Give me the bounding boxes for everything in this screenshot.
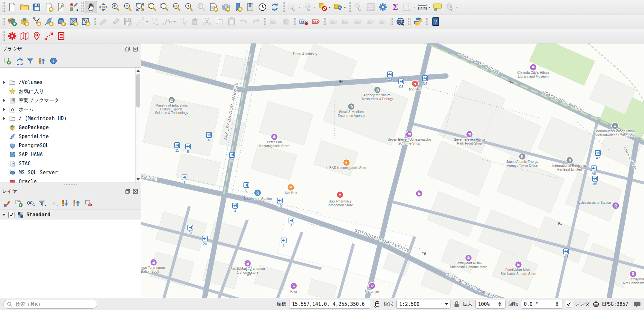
expand-arrow-icon[interactable]: [2, 117, 6, 120]
float-panel-icon[interactable]: [125, 46, 131, 52]
scroll-thumb[interactable]: [136, 74, 140, 108]
zoom-last-button[interactable]: [183, 1, 195, 13]
new-print-layout-button[interactable]: [43, 1, 55, 13]
search-input[interactable]: [3, 300, 97, 309]
browser-item-spatialite[interactable]: SpatiaLite: [0, 132, 141, 141]
expand-arrow-icon[interactable]: [2, 81, 6, 84]
new-temporary-scratch-layer-button[interactable]: [55, 15, 67, 28]
python-console-button[interactable]: [412, 15, 424, 28]
toolbar-drag-handle[interactable]: [425, 17, 428, 26]
zoom-to-layer-button[interactable]: [158, 1, 171, 13]
new-project-button[interactable]: [6, 1, 18, 13]
select-by-location-button[interactable]: [332, 1, 344, 13]
remove-layer-button[interactable]: [84, 199, 92, 208]
processing-toolbox-button[interactable]: [377, 1, 389, 13]
toolbar-drag-handle[interactable]: [323, 17, 326, 26]
vertex-tool-dropdown-icon[interactable]: [173, 15, 176, 28]
new-mesh-layer-button[interactable]: [67, 15, 80, 28]
show-layout-manager-button[interactable]: [55, 1, 67, 13]
plugin-settings-button[interactable]: [6, 30, 18, 42]
plugin-report-button[interactable]: [55, 30, 67, 42]
style-manager-button[interactable]: a: [67, 1, 80, 13]
new-shapefile-layer-button[interactable]: [31, 15, 43, 28]
toolbar-drag-handle[interactable]: [408, 17, 411, 26]
float-panel-icon[interactable]: [125, 188, 131, 194]
map-canvas[interactable]: SAKURADA-DORI AVENUEKOKKAI-DORI AVENUEKO…: [141, 43, 644, 298]
map-tips-button[interactable]: [431, 1, 444, 13]
new-spatial-bookmark-button[interactable]: [232, 1, 244, 13]
plugin-route-button[interactable]: [43, 30, 55, 42]
pan-to-selection-button[interactable]: [97, 1, 109, 13]
browser-item--volumes[interactable]: /Volumes: [0, 78, 141, 87]
toolbar-drag-handle[interactable]: [293, 17, 296, 26]
toolbar-drag-handle[interactable]: [2, 31, 5, 41]
browser-item--macintosh-hd-[interactable]: / (Macintosh HD): [0, 114, 141, 123]
spinner-arrows-icon[interactable]: [554, 300, 560, 308]
close-panel-icon[interactable]: [132, 188, 138, 194]
crs-status[interactable]: EPSG:3857: [602, 301, 628, 307]
collapse-all-button[interactable]: [37, 57, 46, 65]
zoom-out-button[interactable]: [122, 1, 134, 13]
data-source-manager-button[interactable]: [6, 15, 18, 28]
open-project-button[interactable]: [18, 1, 31, 13]
toggle-unplaced-labels-button[interactable]: abc: [310, 15, 322, 28]
new-map-view-button[interactable]: [207, 1, 220, 13]
metasearch-button[interactable]: [394, 15, 406, 28]
toolbar-drag-handle[interactable]: [93, 17, 96, 26]
rotation-input[interactable]: 0.0 °: [521, 300, 563, 309]
scroll-up-icon[interactable]: [136, 68, 141, 73]
add-selected-layers-button[interactable]: [3, 57, 11, 65]
close-panel-icon[interactable]: [132, 46, 138, 52]
magnifier-input[interactable]: 100%: [475, 300, 506, 309]
expand-arrow-icon[interactable]: [2, 99, 6, 102]
browser-item--[interactable]: ホーム: [0, 105, 141, 114]
browser-item-sap-hana[interactable]: SAP HANA: [0, 150, 141, 159]
open-attribute-table-dropdown-icon[interactable]: [412, 1, 416, 13]
expand-all-button[interactable]: [61, 199, 69, 208]
help-button[interactable]: ?: [430, 15, 442, 28]
spinner-arrows-icon[interactable]: [497, 300, 503, 308]
layer-row[interactable]: Standard: [0, 210, 141, 220]
toolbar-drag-handle[interactable]: [263, 17, 266, 26]
zoom-in-button[interactable]: [109, 1, 122, 13]
browser-item-ms-sql-server[interactable]: MS SQL Server: [0, 168, 141, 177]
browser-item-stac[interactable]: STAC: [0, 159, 141, 168]
toolbar-drag-handle[interactable]: [390, 17, 393, 26]
zoom-full-button[interactable]: [134, 1, 146, 13]
highlight-pinned-labels-button[interactable]: ab: [298, 15, 310, 28]
deselect-all-button[interactable]: [317, 1, 329, 13]
add-group-button[interactable]: [14, 199, 23, 208]
zoom-native-button[interactable]: 1:1: [171, 1, 183, 13]
expand-arrow-icon[interactable]: [2, 108, 6, 111]
layer-expander-icon[interactable]: [2, 212, 6, 218]
plugin-map-tiles-button[interactable]: [18, 30, 31, 42]
open-layer-styling-button[interactable]: [3, 199, 11, 208]
new-spatialite-layer-button[interactable]: [43, 15, 55, 28]
browser-item--[interactable]: 空間ブックマーク: [0, 96, 141, 105]
browser-item-postgresql[interactable]: PostgreSQL: [0, 141, 141, 150]
toolbar-drag-handle[interactable]: [348, 2, 351, 12]
toolbar-drag-handle[interactable]: [282, 2, 285, 12]
browser-item-geopackage[interactable]: GeoPackage: [0, 123, 141, 132]
manage-map-themes-button[interactable]: [26, 199, 34, 208]
pan-map-button[interactable]: [85, 1, 97, 13]
select-by-form-dropdown-icon[interactable]: [313, 1, 316, 13]
browser-scrollbar[interactable]: [135, 68, 141, 183]
render-checkbox[interactable]: [566, 301, 572, 307]
messages-bubble-icon[interactable]: [634, 301, 641, 308]
zoom-to-selection-button[interactable]: [146, 1, 158, 13]
temporal-controller-button[interactable]: [256, 1, 269, 13]
filter-legend-button[interactable]: [37, 199, 46, 208]
toolbar-drag-handle[interactable]: [2, 17, 5, 26]
toolbar-drag-handle[interactable]: [81, 2, 84, 12]
browser-item--[interactable]: お気に入り: [0, 87, 141, 96]
save-project-button[interactable]: [31, 1, 43, 13]
scale-combobox[interactable]: 1:2,500: [396, 300, 450, 309]
refresh-map-button[interactable]: [269, 1, 281, 13]
new-3d-map-view-button[interactable]: [220, 1, 232, 13]
measure-line-button[interactable]: [416, 1, 429, 13]
coordinate-input[interactable]: 15,557,141.0, 4,255,350.6: [289, 300, 370, 309]
new-virtual-layer-button[interactable]: [80, 15, 92, 28]
layer-visibility-checkbox[interactable]: [8, 212, 14, 218]
toolbar-drag-handle[interactable]: [2, 2, 5, 12]
